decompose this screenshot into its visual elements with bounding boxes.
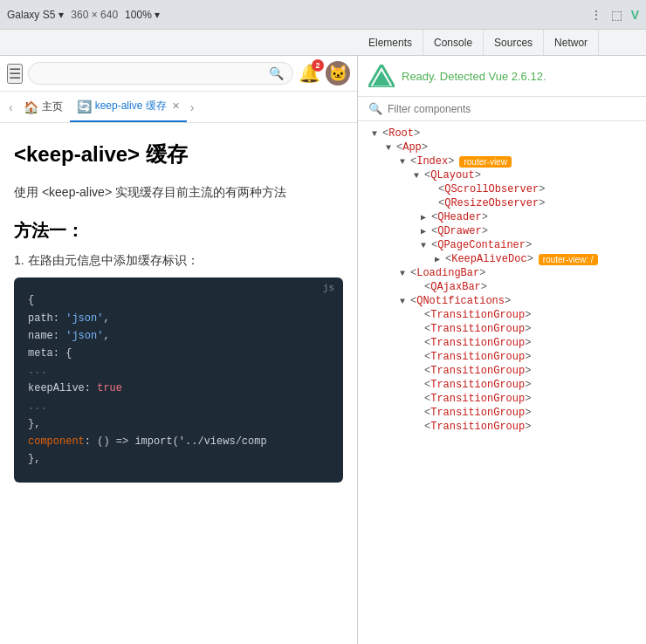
tree-node-qresizeobserver[interactable]: <QResizeObserver>	[358, 196, 646, 210]
arrow-qpagecontainer[interactable]	[421, 241, 431, 250]
notification-badge: 2	[312, 59, 324, 72]
tab-keepalive-label: keep-alive 缓存	[95, 99, 167, 113]
tree-node-tg5[interactable]: <TransitionGroup>	[358, 364, 646, 378]
chevron-down-icon[interactable]: ▾	[58, 9, 64, 21]
mobile-panel: ☰ 🔍 🔔 2 🐱 ‹ 🏠 主页 🔄 keep-alive 缓存	[0, 56, 358, 644]
devtools-icons: ⋮ ⬚ V	[590, 8, 639, 22]
avatar[interactable]: 🐱	[326, 61, 350, 86]
router-view-path-badge: router-view: /	[539, 254, 598, 265]
tab-console[interactable]: Console	[423, 30, 484, 55]
tab-home-label: 主页	[42, 99, 63, 114]
tree-node-tg3[interactable]: <TransitionGroup>	[358, 336, 646, 350]
tree-node-qdrawer[interactable]: <QDrawer>	[358, 224, 646, 238]
nav-forward-arrow[interactable]: ›	[187, 100, 198, 114]
search-input[interactable]	[38, 67, 269, 80]
code-line: },	[28, 451, 329, 468]
filter-bar: 🔍	[358, 97, 646, 121]
code-line: meta: {	[28, 346, 329, 362]
devtools-header: Ready. Detected Vue 2.6.12.	[358, 56, 646, 97]
arrow-keepalivedoc[interactable]	[435, 254, 445, 264]
devtools-status: Ready. Detected Vue 2.6.12.	[402, 70, 546, 83]
tab-network[interactable]: Networ	[544, 30, 599, 55]
page-title: <keep-alive> 缓存	[14, 140, 343, 168]
code-lang-label: js	[323, 283, 334, 293]
tree-node-tg2[interactable]: <TransitionGroup>	[358, 322, 646, 336]
tree-node-tg9[interactable]: <TransitionGroup>	[358, 420, 646, 434]
tab-elements[interactable]: Elements	[358, 30, 423, 55]
code-line: },	[28, 416, 329, 433]
tree-node-keepalivedoc[interactable]: <KeepAliveDoc> router-view: /	[358, 252, 646, 266]
code-line: component: () => import('../views/comp	[28, 434, 329, 450]
code-block: js { path: 'json', name: 'json', meta: {…	[14, 277, 343, 483]
arrow-qnotifications[interactable]	[400, 297, 410, 306]
step1-text: 1. 在路由元信息中添加缓存标识：	[14, 253, 343, 269]
arrow-app[interactable]	[386, 143, 396, 153]
tree-node-root[interactable]: <Root>	[358, 127, 646, 140]
mobile-content: <keep-alive> 缓存 使用 <keep-alive> 实现缓存目前主流…	[0, 123, 357, 644]
browser-top-bar: Galaxy S5 ▾ 360 × 640 100% ▾ ⋮ ⬚ V	[0, 0, 646, 30]
arrow-qdrawer[interactable]	[421, 226, 431, 236]
inspect-icon[interactable]: ⬚	[611, 8, 622, 22]
code-line: keepAlive: true	[28, 380, 329, 397]
nav-back-arrow[interactable]: ‹	[5, 100, 17, 114]
home-icon: 🏠	[24, 100, 38, 114]
tree-node-tg7[interactable]: <TransitionGroup>	[358, 392, 646, 406]
router-view-badge: router-view	[459, 156, 511, 168]
tab-home[interactable]: 🏠 主页	[17, 92, 70, 122]
device-name: Galaxy S5	[7, 9, 55, 21]
tree-node-tg6[interactable]: <TransitionGroup>	[358, 378, 646, 392]
page-description: 使用 <keep-alive> 实现缓存目前主流的有两种方法	[14, 182, 343, 202]
zoom-info: 100% ▾	[125, 9, 160, 21]
component-tree: <Root> <App> <Index> router-view <QLayou…	[358, 121, 646, 644]
arrow-qheader[interactable]	[421, 212, 431, 223]
filter-input[interactable]	[388, 103, 636, 115]
dimension-info: 360 × 640	[71, 9, 118, 21]
arrow-qlayout[interactable]	[414, 171, 424, 181]
filter-search-icon: 🔍	[368, 102, 382, 115]
code-line: ...	[28, 363, 329, 380]
devtools-tab-bar: Elements Console Sources Networ	[0, 30, 646, 56]
main-area: ☰ 🔍 🔔 2 🐱 ‹ 🏠 主页 🔄 keep-alive 缓存	[0, 56, 646, 644]
tree-node-tg8[interactable]: <TransitionGroup>	[358, 406, 646, 420]
code-line: path: 'json',	[28, 311, 329, 327]
tree-node-index[interactable]: <Index> router-view	[358, 154, 646, 168]
avatar-image: 🐱	[328, 64, 347, 83]
tree-node-qpagecontainer[interactable]: <QPageContainer>	[358, 238, 646, 252]
hamburger-button[interactable]: ☰	[7, 64, 23, 84]
search-icon: 🔍	[269, 66, 284, 80]
section1-title: 方法一：	[14, 219, 343, 243]
tree-node-loadingbar[interactable]: <LoadingBar>	[358, 266, 646, 280]
search-bar[interactable]: 🔍	[28, 62, 293, 85]
tree-node-qajaxbar[interactable]: <QAjaxBar>	[358, 280, 646, 294]
code-line: name: 'json',	[28, 328, 329, 345]
code-line: {	[28, 292, 329, 309]
mobile-nav-tabs: ‹ 🏠 主页 🔄 keep-alive 缓存 ✕ ›	[0, 92, 357, 123]
tree-node-tg1[interactable]: <TransitionGroup>	[358, 308, 646, 322]
more-icon[interactable]: ⋮	[590, 8, 602, 22]
refresh-icon: 🔄	[77, 99, 92, 113]
tree-node-qheader[interactable]: <QHeader>	[358, 210, 646, 224]
vue-logo	[368, 65, 395, 87]
tree-node-tg4[interactable]: <TransitionGroup>	[358, 350, 646, 364]
vue-devtools-icon[interactable]: V	[631, 8, 639, 22]
mobile-browser-bar: ☰ 🔍 🔔 2 🐱	[0, 56, 357, 92]
vue-devtools-panel: Ready. Detected Vue 2.6.12. 🔍 <Root> <Ap…	[358, 56, 646, 644]
code-line: ...	[28, 399, 329, 415]
tab-sources[interactable]: Sources	[484, 30, 544, 55]
arrow-root[interactable]	[372, 129, 382, 139]
tree-node-qlayout[interactable]: <QLayout>	[358, 168, 646, 182]
arrow-loadingbar[interactable]	[400, 269, 410, 278]
tree-node-qscrollobserver[interactable]: <QScrollObserver>	[358, 182, 646, 196]
arrow-index[interactable]	[400, 157, 410, 167]
tab-close-button[interactable]: ✕	[172, 100, 180, 112]
tree-node-app[interactable]: <App>	[358, 140, 646, 154]
tree-node-qnotifications[interactable]: <QNotifications>	[358, 294, 646, 308]
notification-button[interactable]: 🔔 2	[299, 63, 320, 84]
device-selector[interactable]: Galaxy S5 ▾	[7, 9, 64, 21]
tab-keepalive[interactable]: 🔄 keep-alive 缓存 ✕	[70, 92, 187, 122]
